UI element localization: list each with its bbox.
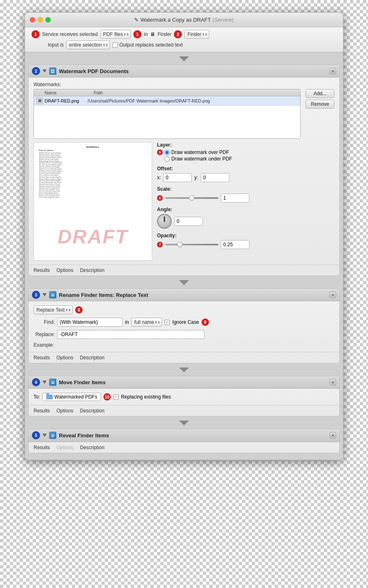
radio-over-row: 5 Draw watermark over PDF [157, 149, 334, 155]
panel-rename-title: Rename Finder Items: Replace Text [59, 292, 148, 298]
replacing-label: Replacing existing files [121, 394, 171, 400]
opacity-label: Opacity: [157, 233, 334, 238]
tab-move-options[interactable]: Options [56, 407, 73, 414]
add-button[interactable]: Add... [305, 89, 334, 98]
app-select-wrapper: Finder [184, 30, 209, 39]
replace-input[interactable] [57, 330, 204, 339]
scale-slider[interactable] [165, 197, 218, 199]
panel-reveal-header: 5 🖥 Reveal Finder Items ✕ [29, 429, 339, 442]
service-bar: 1 Service receives selected PDF files 1 … [25, 27, 343, 52]
scale-input[interactable] [221, 194, 249, 203]
tab-move-description[interactable]: Description [80, 407, 104, 414]
close-button[interactable] [30, 17, 35, 22]
move-to-row: To: Watermarked PDFs 10 ✓ Replacing exis… [34, 393, 334, 401]
svg-marker-1 [179, 280, 189, 285]
output-replaces-checkbox[interactable] [112, 42, 118, 48]
angle-label: Angle: [157, 207, 334, 212]
radio-under[interactable] [164, 156, 170, 162]
tab-reveal-description[interactable]: Description [80, 444, 104, 451]
wm-table-header: Name Path [34, 89, 300, 96]
tab-reveal-results[interactable]: Results [34, 444, 50, 451]
collapse-reveal[interactable] [43, 434, 47, 437]
tab-watermark-options[interactable]: Options [56, 267, 73, 274]
folder-item[interactable]: Watermarked PDFs [43, 393, 101, 401]
panel-watermark-footer: Results Options Description [29, 265, 339, 276]
scale-slider-row: 6 [157, 194, 334, 203]
maximize-button[interactable] [45, 17, 51, 22]
panel-move-body: To: Watermarked PDFs 10 ✓ Replacing exis… [29, 389, 339, 405]
panel-reveal-title: Reveal Finder Items [59, 432, 109, 439]
opacity-slider[interactable] [165, 244, 218, 245]
example-row: Example: [34, 342, 334, 348]
panel-rename-footer: Results Options Description [29, 352, 339, 363]
tab-rename-description[interactable]: Description [80, 354, 104, 361]
panel-rename: 3 🖥 Rename Finder Items: Replace Text ✕ … [28, 288, 340, 363]
tab-watermark-results[interactable]: Results [34, 267, 50, 274]
replacing-files-checkbox[interactable]: ✓ [113, 394, 119, 400]
opacity-slider-row: 7 [157, 240, 334, 249]
tab-move-results[interactable]: Results [34, 407, 50, 414]
panel-move-header: 4 🖥 Move Finder Items ✕ [29, 376, 339, 389]
rename-mode-select[interactable]: Replace Text [34, 305, 73, 314]
svg-marker-0 [179, 56, 189, 61]
wm-col-name: Name [45, 90, 94, 95]
opacity-input[interactable] [221, 240, 249, 249]
input-type-select[interactable]: entire selection [66, 40, 110, 49]
angle-knob[interactable] [157, 214, 172, 229]
angle-input[interactable] [174, 217, 203, 226]
step-badge-reveal: 5 [32, 431, 40, 439]
wm-col-check [36, 90, 45, 95]
tab-watermark-description[interactable]: Description [80, 267, 104, 274]
offset-y-input[interactable] [201, 173, 229, 182]
ignore-case-checkbox[interactable]: ✓ [164, 320, 170, 325]
wm-table-row[interactable]: 🖼 DRAFT-RED.png /Users/sal/Pictures/PDF … [34, 96, 300, 106]
preview-content: BASEBALL Bears (27 games) 3/20 Sat 4:00 … [34, 143, 152, 260]
wm-col-path: Path [94, 90, 298, 95]
file-type-select[interactable]: PDF files [100, 30, 131, 39]
minimize-button[interactable] [38, 17, 43, 22]
find-input[interactable] [57, 318, 123, 327]
wm-file-icon: 🖼 [36, 98, 43, 104]
svg-marker-3 [179, 421, 189, 425]
preview-layer-row: BASEBALL Bears (27 games) 3/20 Sat 4:00 … [34, 142, 334, 261]
tab-reveal-options[interactable]: Options [56, 444, 73, 451]
step-badge-watermark: 2 [32, 67, 40, 75]
preview-box: BASEBALL Bears (27 games) 3/20 Sat 4:00 … [34, 142, 152, 261]
panel-watermark-close[interactable]: ✕ [330, 68, 336, 74]
find-label: Find: [34, 319, 55, 325]
in-select[interactable]: full name [131, 318, 162, 327]
svg-marker-2 [179, 368, 189, 372]
offset-section: Offset: x: y: [157, 166, 334, 182]
collapse-rename[interactable] [43, 293, 47, 296]
folder-name: Watermarked PDFs [54, 394, 97, 400]
panel-rename-body: Replace Text 8 Find: in full name ✓ [29, 301, 339, 352]
badge-5: 5 [157, 149, 163, 155]
panel-reveal-footer: Results Options Description [29, 442, 339, 453]
step-badge-2: 2 [174, 30, 182, 38]
collapse-move[interactable] [43, 381, 47, 384]
panel-move-close[interactable]: ✕ [330, 379, 336, 385]
offset-x-input[interactable] [163, 173, 192, 182]
panel-rename-close[interactable]: ✕ [330, 292, 336, 298]
badge-8: 8 [75, 306, 83, 314]
badge-6: 6 [157, 195, 163, 201]
badge-9: 9 [202, 318, 209, 326]
app-select[interactable]: Finder [184, 30, 209, 39]
in-label: in [125, 319, 129, 325]
panel-watermark-header: 2 🖼 Watermark PDF Documents ✕ [29, 65, 339, 78]
panel-reveal-close[interactable]: ✕ [330, 432, 336, 439]
rename-mode-row: Replace Text 8 [34, 305, 334, 314]
window-title: ✎ Watermark a Copy as DRAFT (Service) [134, 17, 233, 23]
tab-rename-results[interactable]: Results [34, 354, 50, 361]
collapse-watermark[interactable] [43, 69, 47, 73]
find-row: Find: in full name ✓ Ignore Case 9 [34, 318, 334, 327]
scale-label: Scale: [157, 186, 334, 192]
wm-file-path: /Users/sal/Pictures/PDF Watermark Images… [88, 98, 298, 103]
offset-row: x: y: [157, 173, 334, 182]
tab-rename-options[interactable]: Options [56, 354, 73, 361]
remove-button[interactable]: Remove [305, 100, 334, 109]
draft-watermark: DRAFT [58, 225, 128, 248]
radio-over[interactable] [164, 150, 170, 155]
connector-3 [25, 365, 343, 374]
step-badge-1: 1 [31, 30, 40, 38]
